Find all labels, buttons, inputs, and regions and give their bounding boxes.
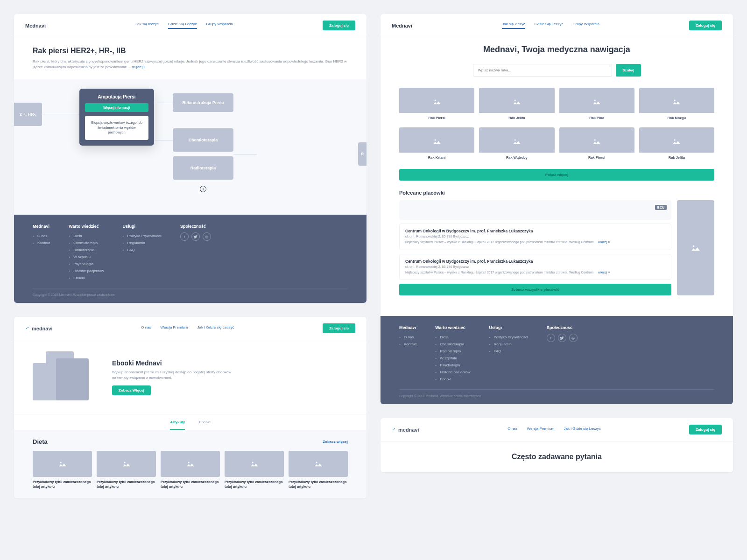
- image-icon: [289, 451, 348, 477]
- cancer-card[interactable]: Rak Piersi: [399, 88, 474, 123]
- flowchart: 2 +, HR-, Amputacja Piersi Więcej inform…: [14, 79, 366, 215]
- login-button[interactable]: Zaloguj się: [323, 21, 355, 30]
- article-card[interactable]: Przykładowy tytuł zamieszczonego tutaj a…: [289, 451, 348, 489]
- cancer-card[interactable]: Rak Płuc: [559, 88, 634, 123]
- cancer-card[interactable]: Rak Jelita: [639, 127, 714, 162]
- nav-where[interactable]: Gdzie Się Leczyć: [535, 22, 564, 29]
- flow-box-reconstruction[interactable]: Rekonstrukcja Piersi: [173, 93, 233, 112]
- flow-main-title: Amputacja Piersi: [85, 94, 148, 99]
- nav-how[interactable]: Jak się leczyć: [135, 22, 158, 29]
- cancer-card[interactable]: Rak Krtani: [399, 127, 474, 162]
- nav-premium[interactable]: Wersja Premium: [161, 325, 188, 331]
- flow-box-next[interactable]: R: [358, 142, 366, 166]
- facility-card[interactable]: BCU: [399, 200, 671, 220]
- headline: Mednavi, Twoja medyczna nawigacja: [381, 45, 733, 55]
- flow-box-radio[interactable]: Radioterapia: [173, 156, 233, 180]
- flow-main-card[interactable]: Amputacja Piersi Więcej informacji Biops…: [79, 89, 154, 146]
- footer-link[interactable]: Regulamin: [123, 239, 162, 246]
- twitter-icon[interactable]: [558, 334, 566, 342]
- footer-link[interactable]: Historie pacjentów: [69, 267, 104, 274]
- footer-link[interactable]: Radioterapia: [69, 246, 104, 253]
- image-icon: [639, 134, 714, 149]
- footer-link[interactable]: O nas: [33, 232, 50, 239]
- instagram-icon[interactable]: ◎: [203, 232, 211, 241]
- footer-link[interactable]: FAQ: [123, 246, 162, 253]
- nav-premium[interactable]: Wersja Premium: [527, 427, 555, 433]
- footer-link[interactable]: Psychologia: [435, 362, 470, 369]
- nav-links: Jak się leczyć Gdzie Się Leczyć Grupy Ws…: [46, 22, 323, 29]
- svg-point-6: [316, 462, 317, 463]
- image-icon: [479, 94, 554, 109]
- image-icon: [97, 451, 156, 477]
- flow-more-button[interactable]: Więcej informacji: [85, 103, 148, 112]
- tab-ebooks[interactable]: Ebooki: [199, 420, 210, 430]
- footer: MednaviO nasKontakt Warto wiedziećDietaC…: [381, 316, 733, 404]
- cancer-card[interactable]: Rak Wątroby: [479, 127, 554, 162]
- footer-link[interactable]: O nas: [399, 334, 416, 341]
- footer-link[interactable]: Chemioterapia: [435, 341, 470, 348]
- article-card[interactable]: Przykładowy tytuł zamieszczonego tutaj a…: [225, 451, 284, 489]
- footer-link[interactable]: Kontakt: [33, 239, 50, 246]
- twitter-icon[interactable]: [191, 232, 200, 241]
- see-more-button[interactable]: Zobacz Więcej: [112, 385, 151, 395]
- cancer-card[interactable]: Rak Piersi: [559, 127, 634, 162]
- footer-link[interactable]: Kontakt: [399, 341, 416, 348]
- more-link[interactable]: więcej »: [598, 240, 610, 244]
- nav-where[interactable]: Gdzie Się Leczyć: [168, 22, 197, 29]
- nav-about[interactable]: O nas: [141, 325, 151, 331]
- footer-link[interactable]: Polityka Prywatności: [489, 334, 528, 341]
- nav-about[interactable]: O nas: [507, 427, 517, 433]
- more-link[interactable]: więcej »: [132, 65, 146, 69]
- facebook-icon[interactable]: f: [180, 232, 189, 241]
- svg-point-13: [594, 140, 596, 141]
- info-icon[interactable]: i: [200, 186, 206, 192]
- footer-link[interactable]: Dieta: [435, 334, 470, 341]
- brand-logo: mednavi: [25, 326, 53, 331]
- more-link[interactable]: więcej »: [598, 271, 610, 274]
- cancer-card[interactable]: Rak Jelita: [479, 88, 554, 123]
- show-more-button[interactable]: Pokaż więcej: [399, 169, 714, 181]
- instagram-icon[interactable]: ◎: [569, 334, 578, 342]
- footer-link[interactable]: Regulamin: [489, 341, 528, 348]
- image-icon: [559, 134, 634, 149]
- facility-card[interactable]: Centrum Onkologii w Bydgoszczy im. prof.…: [399, 254, 671, 280]
- nav-groups[interactable]: Grupy Wsparcia: [573, 22, 599, 29]
- see-more-link[interactable]: Zobacz więcej: [323, 440, 348, 444]
- footer-link[interactable]: Ebooki: [435, 376, 470, 383]
- facebook-icon[interactable]: f: [547, 334, 555, 342]
- cancer-cards: Rak Piersi Rak Jelita Rak Płuc Rak Mózgu…: [381, 88, 733, 162]
- footer-link[interactable]: Chemioterapia: [69, 239, 104, 246]
- login-button[interactable]: Zaloguj się: [323, 323, 355, 333]
- footer-link[interactable]: Radioterapia: [435, 348, 470, 355]
- footer-link[interactable]: Ebooki: [69, 274, 104, 281]
- nav-treat[interactable]: Jak i Gdzie się Leczyć: [564, 427, 601, 433]
- flow-root[interactable]: 2 +, HR-,: [14, 103, 42, 126]
- article-card[interactable]: Przykładowy tytuł zamieszczonego tutaj a…: [97, 451, 156, 489]
- login-button[interactable]: Zaloguj się: [689, 425, 722, 434]
- footer-link[interactable]: Historie pacjentów: [435, 369, 470, 376]
- tab-articles[interactable]: Artykuły: [170, 420, 185, 430]
- footer-link[interactable]: Dieta: [69, 232, 104, 239]
- facility-badge: BCU: [655, 205, 667, 210]
- footer-link[interactable]: Psychologia: [69, 260, 104, 267]
- footer-link[interactable]: W szpitalu: [435, 355, 470, 362]
- footer-link[interactable]: Polityka Prywatności: [123, 232, 162, 239]
- nav-how[interactable]: Jak się leczyć: [502, 22, 525, 29]
- article-card[interactable]: Przykładowy tytuł zamieszczonego tutaj a…: [161, 451, 220, 489]
- svg-point-12: [514, 140, 516, 141]
- search-button[interactable]: Szukaj: [616, 64, 641, 77]
- topbar: Mednavi Jak się leczyć Gdzie Się Leczyć …: [14, 14, 366, 37]
- nav-treat[interactable]: Jak i Gdzie się Leczyć: [197, 325, 234, 331]
- facility-card[interactable]: Centrum Onkologii w Bydgoszczy im. prof.…: [399, 224, 671, 250]
- nav-groups[interactable]: Grupy Wsparcia: [206, 22, 233, 29]
- article-card[interactable]: Przykładowy tytuł zamieszczonego tutaj a…: [33, 451, 92, 489]
- all-facilities-button[interactable]: Zobacz wszystkie placówki: [399, 284, 671, 295]
- brand: Mednavi: [25, 23, 46, 28]
- cancer-card[interactable]: Rak Mózgu: [639, 88, 714, 123]
- search-input[interactable]: [473, 64, 613, 77]
- footer-link[interactable]: W szpitalu: [69, 253, 104, 260]
- footer-link[interactable]: FAQ: [489, 348, 528, 355]
- flow-box-chemo[interactable]: Chemioterapia: [173, 128, 233, 152]
- article-row: Przykładowy tytuł zamieszczonego tutaj a…: [33, 451, 348, 489]
- login-button[interactable]: Zaloguj się: [689, 21, 722, 30]
